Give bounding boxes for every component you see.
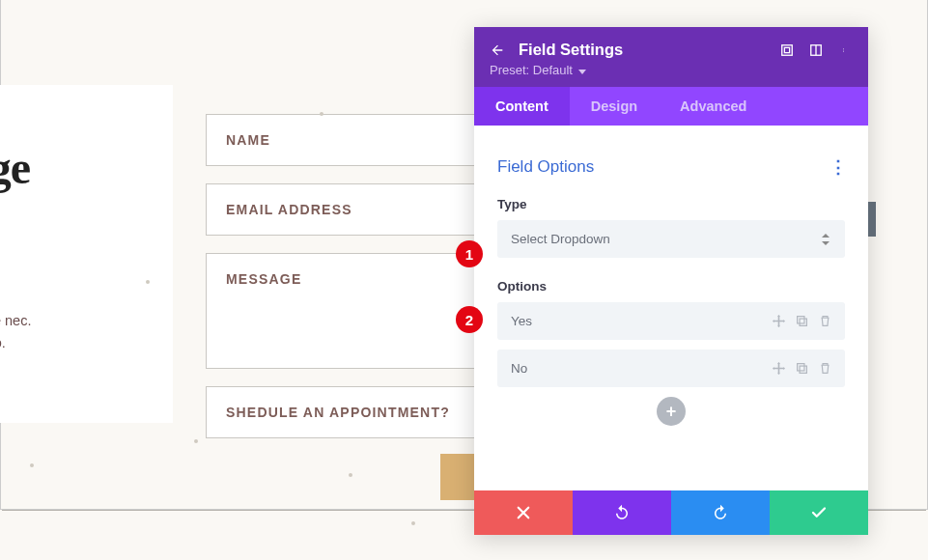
content-card: sage abitasse nec. nunc leo. — [0, 85, 173, 423]
type-label: Type — [497, 197, 845, 211]
duplicate-icon[interactable] — [795, 362, 808, 376]
trash-icon[interactable] — [818, 315, 831, 328]
svg-rect-0 — [782, 44, 793, 55]
back-icon[interactable] — [490, 42, 505, 58]
move-icon[interactable] — [772, 315, 785, 328]
annotation-marker-2: 2 — [456, 306, 483, 333]
panel-header: Field Settings Preset: Default — [474, 27, 868, 87]
expand-icon[interactable] — [779, 42, 795, 58]
trash-icon[interactable] — [818, 362, 831, 376]
annotation-marker-1: 1 — [456, 240, 483, 267]
svg-rect-8 — [800, 319, 806, 325]
more-icon[interactable] — [837, 42, 853, 58]
card-body-text: abitasse nec. nunc leo. — [0, 310, 140, 354]
svg-rect-1 — [784, 47, 789, 52]
svg-point-6 — [843, 51, 844, 52]
chevron-down-icon — [578, 63, 586, 77]
panel-footer — [474, 490, 868, 535]
columns-icon[interactable] — [808, 42, 824, 58]
type-dropdown[interactable]: Select Dropdown — [497, 220, 845, 258]
panel-title: Field Settings — [519, 41, 766, 59]
card-heading: sage — [0, 141, 140, 194]
sort-arrows-icon — [822, 234, 831, 245]
type-value: Select Dropdown — [511, 232, 610, 246]
option-item[interactable]: No — [497, 350, 845, 387]
svg-point-5 — [843, 49, 844, 50]
add-option-button[interactable]: + — [657, 397, 686, 426]
option-text: No — [511, 361, 772, 376]
svg-rect-7 — [797, 317, 803, 323]
tab-advanced[interactable]: Advanced — [659, 87, 768, 126]
panel-body: Field Options ⋮ Type Select Dropdown Opt… — [474, 126, 868, 490]
options-label: Options — [497, 279, 845, 294]
option-item[interactable]: Yes — [497, 302, 845, 340]
tab-design[interactable]: Design — [570, 87, 659, 126]
panel-tabs: Content Design Advanced — [474, 87, 868, 126]
redo-button[interactable] — [671, 490, 770, 535]
tab-content[interactable]: Content — [474, 87, 570, 126]
cancel-button[interactable] — [474, 490, 573, 535]
svg-rect-9 — [797, 364, 803, 371]
edge-handle[interactable] — [868, 202, 876, 237]
undo-button[interactable] — [573, 490, 671, 535]
section-title: Field Options — [497, 157, 594, 177]
duplicate-icon[interactable] — [795, 315, 808, 328]
svg-rect-10 — [800, 366, 806, 373]
move-icon[interactable] — [772, 362, 785, 376]
svg-point-4 — [843, 48, 844, 49]
section-more-icon[interactable]: ⋮ — [830, 156, 845, 178]
option-text: Yes — [511, 314, 772, 328]
preset-selector[interactable]: Preset: Default — [490, 63, 853, 77]
field-settings-panel: Field Settings Preset: Default Content D… — [474, 27, 868, 535]
save-button[interactable] — [770, 490, 868, 535]
